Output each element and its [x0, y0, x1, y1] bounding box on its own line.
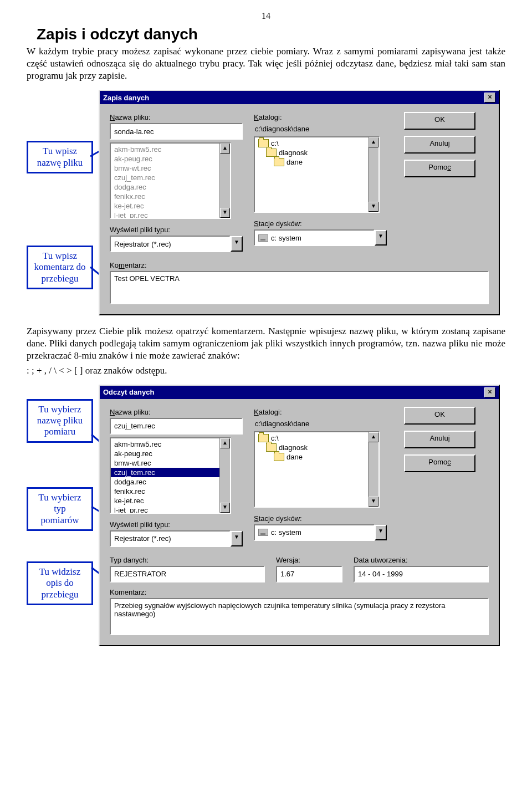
list-item[interactable]: l-jet_pr.rec: [111, 505, 230, 514]
cancel-button[interactable]: Anuluj: [404, 136, 475, 154]
chevron-down-icon[interactable]: ▼: [375, 525, 387, 540]
list-item[interactable]: ke-jet.rec: [111, 496, 230, 505]
close-icon[interactable]: ×: [484, 93, 495, 103]
list-item[interactable]: c:\: [257, 433, 376, 443]
label-dirs: Katalogi:: [254, 113, 387, 121]
disk-icon: [258, 529, 268, 536]
filter-combo[interactable]: Rejestrator (*.rec)▼: [110, 236, 243, 252]
list-item[interactable]: fenikx.rec: [111, 487, 230, 496]
scroll-up-icon[interactable]: ▲: [369, 137, 378, 147]
list-item[interactable]: czuj_tem.rec: [111, 468, 230, 477]
list-item[interactable]: l-jet_pr.rec: [111, 211, 230, 219]
folder-icon: [258, 139, 269, 147]
ok-button[interactable]: OK: [404, 407, 475, 425]
dir-list[interactable]: c:\ diagnosk dane ▲▼: [254, 136, 380, 213]
version-field: 1.67: [276, 566, 342, 582]
intro-paragraph: W każdym trybie pracy możesz zapisać wyk…: [27, 45, 505, 82]
body-paragraph: Zapisywany przez Ciebie plik możesz opat…: [27, 325, 505, 362]
close-icon[interactable]: ×: [484, 387, 495, 397]
filename-input[interactable]: czuj_tem.rec: [110, 418, 243, 435]
list-item[interactable]: bmw-wt.rec: [111, 458, 230, 468]
current-path: c:\diagnosk\dane: [254, 123, 387, 136]
help-button[interactable]: Pomoc: [404, 454, 475, 472]
list-item[interactable]: czuj_tem.rec: [111, 173, 230, 182]
dialog-title: Zapis danych: [103, 94, 149, 102]
drive-combo[interactable]: c: system▼: [254, 524, 387, 541]
label-date: Data utworzenia:: [354, 556, 489, 564]
scroll-up-icon[interactable]: ▲: [220, 144, 230, 154]
drive-combo[interactable]: c: system▼: [254, 229, 387, 246]
filename-input[interactable]: sonda-la.rec: [110, 123, 243, 140]
scroll-up-icon[interactable]: ▲: [369, 432, 378, 442]
label-drives: Stacje dysków:: [254, 219, 387, 228]
folder-icon: [266, 149, 277, 157]
date-field: 14 - 04 - 1999: [354, 566, 489, 582]
label-dirs: Katalogi:: [254, 408, 387, 416]
page-number: 14: [27, 11, 505, 21]
list-item[interactable]: dane: [257, 157, 376, 167]
label-comment: Komentarz:: [110, 261, 489, 269]
label-datatype: Typ danych:: [110, 556, 265, 564]
datatype-field: REJESTRATOR: [110, 566, 265, 582]
body-paragraph: : ; + , / \ < > [ ] oraz znaków odstępu.: [27, 365, 505, 377]
file-list[interactable]: akm-bmw5.rec ak-peug.rec bmw-wt.rec czuj…: [110, 142, 231, 219]
label-version: Wersja:: [276, 556, 342, 564]
chevron-down-icon[interactable]: ▼: [231, 236, 243, 252]
folder-icon: [274, 158, 284, 166]
scroll-up-icon[interactable]: ▲: [220, 438, 230, 448]
ok-button[interactable]: OK: [404, 112, 475, 130]
list-item[interactable]: ke-jet.rec: [111, 201, 230, 211]
filter-combo[interactable]: Rejestrator (*.rec)▼: [110, 530, 243, 547]
scroll-down-icon[interactable]: ▼: [369, 497, 378, 507]
callout-comment: Tu wpisz komentarz do przebiegu: [27, 246, 93, 289]
list-item[interactable]: akm-bmw5.rec: [111, 440, 230, 449]
list-item[interactable]: dane: [257, 452, 376, 462]
callout-filename: Tu wpisz nazwę pliku: [27, 141, 93, 173]
folder-icon: [266, 443, 277, 452]
label-filename: Nazwa pliku:: [110, 408, 243, 416]
comment-input[interactable]: Test OPEL VECTRA: [110, 271, 489, 304]
label-drives: Stacje dysków:: [254, 514, 387, 523]
disk-icon: [258, 234, 268, 242]
current-path: c:\diagnosk\dane: [254, 418, 387, 431]
save-dialog: Zapis danych× Nazwa pliku: sonda-la.rec …: [99, 90, 500, 315]
dialog-title: Odczyt danych: [103, 388, 154, 396]
callout-select-type: Tu wybierz typ pomiarów: [27, 487, 93, 531]
scroll-down-icon[interactable]: ▼: [220, 503, 230, 513]
list-item[interactable]: fenikx.rec: [111, 192, 230, 201]
chevron-down-icon[interactable]: ▼: [375, 230, 387, 246]
open-dialog: Odczyt danych× Nazwa pliku: czuj_tem.rec…: [99, 385, 500, 646]
label-filter: Wyświetl pliki typu:: [110, 226, 243, 234]
comment-display: Przebieg sygnałów wyjściowych napięciowy…: [110, 598, 489, 635]
callout-select-file: Tu wybierz nazwę pliku pomiaru: [27, 399, 93, 443]
list-item[interactable]: akm-bmw5.rec: [111, 145, 230, 154]
folder-icon: [258, 434, 269, 442]
list-item[interactable]: ak-peug.rec: [111, 154, 230, 163]
list-item[interactable]: ak-peug.rec: [111, 449, 230, 458]
list-item[interactable]: dodga.rec: [111, 182, 230, 192]
list-item[interactable]: bmw-wt.rec: [111, 163, 230, 173]
list-item[interactable]: c:\: [257, 139, 376, 148]
scroll-down-icon[interactable]: ▼: [220, 208, 230, 218]
folder-icon: [274, 453, 284, 461]
label-filter: Wyświetl pliki typu:: [110, 520, 243, 529]
file-list[interactable]: akm-bmw5.rec ak-peug.rec bmw-wt.rec czuj…: [110, 437, 231, 514]
callout-description: Tu widzisz opis do przebiegu: [27, 561, 93, 605]
dir-list[interactable]: c:\ diagnosk dane ▲▼: [254, 431, 380, 508]
heading: Zapis i odczyt danych: [37, 25, 505, 43]
help-button[interactable]: Pomoc: [404, 160, 475, 177]
label-filename: Nazwa pliku:: [110, 113, 243, 121]
list-item[interactable]: dodga.rec: [111, 477, 230, 487]
cancel-button[interactable]: Anuluj: [404, 431, 475, 448]
scroll-down-icon[interactable]: ▼: [369, 202, 378, 212]
label-comment: Komentarz:: [110, 588, 489, 596]
chevron-down-icon[interactable]: ▼: [231, 531, 243, 546]
